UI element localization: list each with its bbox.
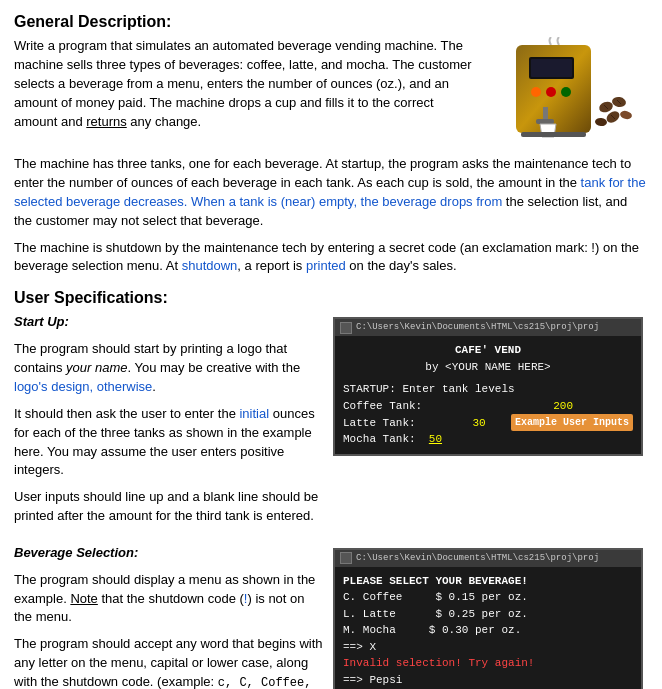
coffee-machine-image-container: [488, 37, 648, 147]
svg-rect-8: [521, 132, 586, 137]
startup-bold-label: Start Up:: [14, 314, 69, 329]
startup-para3: User inputs should line up and a blank l…: [14, 488, 323, 526]
beverage-selection-section: Beverage Selection: The program should d…: [14, 544, 648, 689]
svg-point-5: [561, 87, 571, 97]
coffee-machine-svg: [491, 37, 646, 147]
beverage-para1: The program should display a menu as sho…: [14, 571, 323, 628]
svg-point-4: [546, 87, 556, 97]
cafe-line2: by <YOUR NAME HERE>: [343, 359, 633, 376]
svg-point-13: [594, 118, 607, 127]
general-desc-para2: The machine has three tanks, one for eac…: [14, 155, 648, 230]
startup-terminal: C:\Users\Kevin\Documents\HTML\cs215\proj…: [333, 317, 643, 456]
startup-text: Start Up: The program should start by pr…: [14, 313, 323, 533]
example-user-inputs-label: Example User Inputs: [511, 414, 633, 431]
coffee-tank-label: Coffee Tank:: [343, 398, 422, 415]
coffee-menu-line: C. Coffee $ 0.15 per oz.: [343, 589, 633, 606]
general-description-heading: General Description:: [14, 10, 648, 33]
prompt2-line: ==> Pepsi: [343, 672, 633, 689]
please-select-line: PLEASE SELECT YOUR BEVERAGE!: [343, 573, 633, 590]
initial-blue: initial: [239, 406, 269, 421]
beverage-terminal-container: C:\Users\Kevin\Documents\HTML\cs215\proj…: [333, 544, 648, 689]
top-row: Write a program that simulates an automa…: [14, 37, 648, 147]
startup-prompt: STARTUP: Enter tank levels: [343, 381, 633, 398]
terminal-icon-1: [340, 322, 352, 334]
user-specs-section: User Specifications: Start Up: The progr…: [14, 286, 648, 689]
beverage-selection-text: Beverage Selection: The program should d…: [14, 544, 323, 689]
terminal-title-2: C:\Users\Kevin\Documents\HTML\cs215\proj…: [356, 552, 599, 565]
svg-rect-7: [536, 119, 554, 124]
prompt1-line: ==> X: [343, 639, 633, 656]
beverage-terminal: C:\Users\Kevin\Documents\HTML\cs215\proj…: [333, 548, 643, 689]
your-name-italic: your name: [66, 360, 127, 375]
beverage-selection-bold: Beverage Selection:: [14, 545, 138, 560]
tank-blue: tank for the selected beverage decreases…: [14, 175, 646, 209]
cafe-line1: CAFE' VEND: [343, 342, 633, 359]
logo-blue: logo's design, otherwise: [14, 379, 152, 394]
mocha-tank-label: Mocha Tank:: [343, 431, 429, 448]
startup-para1: The program should start by printing a l…: [14, 340, 323, 397]
terminal-body-2: PLEASE SELECT YOUR BEVERAGE! C. Coffee $…: [335, 567, 641, 689]
terminal-body-1: CAFE' VEND by <YOUR NAME HERE> STARTUP: …: [335, 336, 641, 454]
coffee-tank-line: Coffee Tank: 200: [343, 398, 633, 415]
svg-point-3: [531, 87, 541, 97]
latte-tank-value: 30: [451, 415, 486, 432]
code-example: c, C, Coffee, coffee, coconut: [14, 676, 311, 689]
mocha-menu-line: M. Mocha $ 0.30 per oz.: [343, 622, 633, 639]
svg-point-12: [619, 110, 633, 121]
note-underline: Note: [70, 591, 97, 606]
mocha-tank-line: Mocha Tank: 50: [343, 431, 633, 448]
invalid1-line: Invalid selection! Try again!: [343, 655, 633, 672]
terminal-titlebar-2: C:\Users\Kevin\Documents\HTML\cs215\proj…: [335, 550, 641, 567]
startup-section: Start Up: The program should start by pr…: [14, 313, 648, 533]
general-desc-para1: Write a program that simulates an automa…: [14, 37, 478, 131]
printed-blue: printed: [306, 258, 346, 273]
general-description-text: Write a program that simulates an automa…: [14, 37, 478, 147]
exclamation-blue: !: [244, 591, 248, 606]
general-description-section: General Description: Write a program tha…: [14, 10, 648, 276]
user-specs-heading: User Specifications:: [14, 286, 648, 309]
startup-para2: It should then ask the user to enter the…: [14, 405, 323, 480]
latte-tank-label: Latte Tank:: [343, 415, 435, 432]
returns-underline: returns: [86, 114, 126, 129]
beverage-para2: The program should accept any word that …: [14, 635, 323, 689]
general-desc-para3: The machine is shutdown by the maintenan…: [14, 239, 648, 277]
mocha-tank-value: 50: [429, 431, 442, 448]
terminal-titlebar-1: C:\Users\Kevin\Documents\HTML\cs215\proj…: [335, 319, 641, 336]
terminal-icon-2: [340, 552, 352, 564]
latte-menu-line: L. Latte $ 0.25 per oz.: [343, 606, 633, 623]
terminal-title-1: C:\Users\Kevin\Documents\HTML\cs215\proj…: [356, 321, 599, 334]
startup-label: Start Up:: [14, 313, 323, 332]
startup-terminal-container: C:\Users\Kevin\Documents\HTML\cs215\proj…: [333, 313, 648, 456]
beverage-selection-label: Beverage Selection:: [14, 544, 323, 563]
shutdown-blue: shutdown: [182, 258, 238, 273]
coffee-tank-value: 200: [538, 398, 573, 415]
svg-rect-2: [531, 59, 572, 77]
latte-tank-line: Latte Tank: 30 Example User Inputs: [343, 414, 633, 431]
